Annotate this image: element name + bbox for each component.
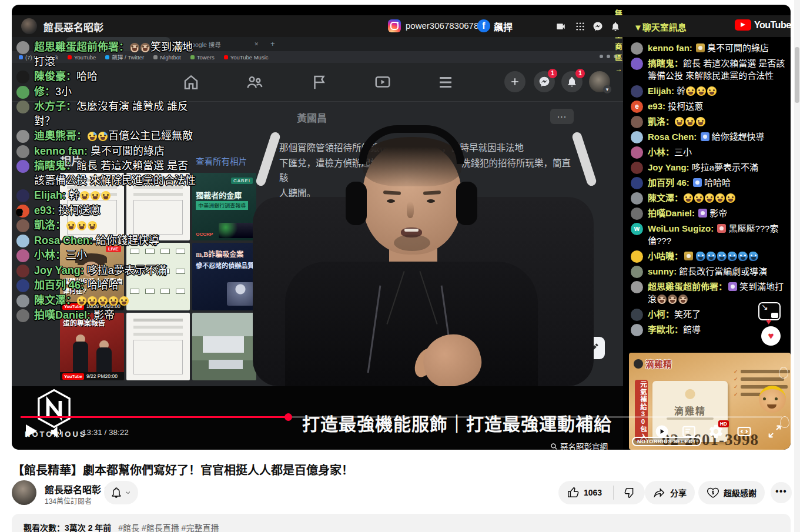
avatar xyxy=(16,265,29,277)
banner-headline: 打造最強機能服飾｜打造最強運動補給 xyxy=(302,410,612,436)
message-body: Rosa Chen: 給你錢趕快導 xyxy=(648,132,765,142)
message-text: 三小 xyxy=(66,249,87,261)
chat-username: Joy Yang: xyxy=(34,265,87,276)
volume-button[interactable] xyxy=(49,424,65,440)
emoji-sweat-icon xyxy=(98,132,108,141)
notifications-bell-icon: 1 xyxy=(561,71,583,92)
chat-message: ee93: 投柯送蔥 xyxy=(631,100,786,112)
message-text: 哆拉a夢表示不滿 xyxy=(87,265,167,276)
message-body: Joy Yang: 哆拉a夢表示不滿 xyxy=(34,265,167,276)
message-text: 影帝 xyxy=(709,208,727,218)
avatar xyxy=(16,219,29,232)
fullscreen-button[interactable] xyxy=(766,423,783,440)
bell-icon xyxy=(110,486,122,499)
profile-avatar xyxy=(589,71,610,92)
chat-message: Rosa Chen: 給你錢趕快導 xyxy=(16,233,198,248)
avatar xyxy=(16,130,29,143)
page-scrollbar[interactable] xyxy=(794,0,800,532)
chat-message: 加百列 46: 哈哈哈 xyxy=(631,176,786,189)
theater-mode-button[interactable] xyxy=(736,423,752,440)
emoji-monkey-icon xyxy=(130,43,139,52)
avatar xyxy=(631,131,643,143)
play-button[interactable] xyxy=(26,424,37,437)
messenger-nav-icon: 1 xyxy=(534,71,555,92)
miniplayer-button[interactable] xyxy=(681,423,697,440)
messenger-icon xyxy=(593,21,603,32)
avatar xyxy=(631,116,643,128)
message-text: 三小 xyxy=(674,147,692,157)
like-dislike-pill: 1063 xyxy=(558,481,645,504)
avatar xyxy=(16,279,29,292)
avatar: e xyxy=(631,101,643,113)
create-post-icon xyxy=(504,71,525,92)
avatar xyxy=(631,281,643,293)
like-button[interactable]: 1063 xyxy=(558,481,609,504)
emoji-laugh-icon xyxy=(694,193,704,203)
emoji-monkey-icon xyxy=(668,295,677,304)
emoji-laugh-icon xyxy=(101,191,111,200)
more-actions-button[interactable]: ••• xyxy=(771,482,792,503)
progress-handle[interactable] xyxy=(284,413,292,421)
ad-mascot xyxy=(759,386,786,413)
people-icon xyxy=(246,73,263,91)
time-display: 13:31 / 38:22 xyxy=(82,428,129,437)
stream-banner: NOTORIOUS 打造最強機能服飾｜打造最強運動補給 惡名昭彰官網 xyxy=(12,386,623,450)
message-text: 哈哈哈 xyxy=(704,178,731,188)
progress-bar[interactable] xyxy=(21,416,782,418)
chat-username: 凱洛： xyxy=(648,116,674,126)
facebook-label: 飆捍 xyxy=(494,19,513,34)
channel-avatar[interactable] xyxy=(12,480,36,505)
hashtags[interactable]: #館長 #館長直播 #完整直播 xyxy=(118,523,219,532)
description-box[interactable]: 觀看次數：3萬次 2 年前 #館長 #館長直播 #完整直播 xyxy=(12,514,791,532)
dislike-button[interactable] xyxy=(618,481,645,504)
message-body: Elijah: 幹 xyxy=(648,86,717,96)
message-text: 幹 xyxy=(69,189,79,201)
video-player[interactable]: 館長惡名昭彰 power3067830678 f 飆捍 ▼聊天室訊息 YouTu… xyxy=(12,5,791,450)
stream-header-bar: 館長惡名昭彰 power3067830678 f 飆捍 ▼聊天室訊息 YouTu… xyxy=(12,15,791,37)
chat-username: 迪奧熊哥： xyxy=(34,130,87,142)
message-body: Joy Yang: 哆拉a夢表示不滿 xyxy=(648,162,758,172)
emoji-laugh-icon xyxy=(88,221,97,230)
emoji-laugh-icon xyxy=(696,117,705,126)
notification-bell-button[interactable] xyxy=(104,481,138,504)
channel-name[interactable]: 館長惡名昭彰 xyxy=(45,482,101,496)
chat-message: 拍嘆Daniel: 影帝 xyxy=(16,308,198,323)
autoplay-toggle[interactable] xyxy=(654,423,670,440)
super-thanks-button[interactable]: 超級感謝 xyxy=(698,481,765,504)
bookmark-favicon xyxy=(224,55,228,59)
chat-message: ee93: 投柯送蔥 xyxy=(16,203,198,218)
avatar xyxy=(631,192,643,205)
chat-message: 搞瞎鬼：館長 若這次賴當選 是否該籌備公投 來解除民進黨的合法性 xyxy=(16,159,198,188)
chat-username: 搞瞎鬼： xyxy=(648,58,683,68)
chevron-down-icon xyxy=(124,488,132,497)
instagram-icon xyxy=(388,19,401,32)
new-tab-icon: + xyxy=(270,39,275,48)
member-badge-icon xyxy=(696,44,705,52)
chat-message: 超思雞蛋超前佈署：笑到滿地打滾 xyxy=(631,280,786,305)
message-text: 館導 xyxy=(683,324,701,334)
dollar-heart-icon xyxy=(707,486,719,499)
chat-username: sunny: xyxy=(648,266,679,276)
chat-message: 修：3小 xyxy=(16,85,198,99)
settings-button[interactable]: HD xyxy=(708,423,724,440)
message-body: sunny: 館長改行當編劇或導演 xyxy=(648,266,767,276)
share-button[interactable]: 分享 xyxy=(645,481,695,504)
message-body: 李歐北：館導 xyxy=(648,324,701,334)
avatar xyxy=(16,71,29,83)
message-body: 加百列 46: 哈哈哈 xyxy=(34,279,119,291)
message-body: 陳俊豪：哈哈 xyxy=(34,71,98,82)
tile-subtitle: 慘不忍睹的偵辦品質 xyxy=(196,260,254,270)
scrollbar-thumb[interactable] xyxy=(795,47,799,103)
message-body: kenno fan: 臭不可聞的綠店 xyxy=(34,145,165,157)
message-text: 給你錢趕快導 xyxy=(712,132,765,142)
message-text: 臭不可聞的綠店 xyxy=(91,145,165,157)
emoji-laugh-icon xyxy=(697,86,706,96)
tile-schedule-strip: YouTube9/22 PM20:00 xyxy=(60,372,124,380)
ad-brand-logo: 滴雞精 xyxy=(634,357,672,370)
heart-icon: ♥ xyxy=(766,316,771,326)
bell-icon xyxy=(610,21,621,32)
message-body: 迪奧熊哥：百億公主已經無敵 xyxy=(34,130,193,142)
bookmark-label: YouTube Music xyxy=(230,54,269,61)
emoji-laugh-icon xyxy=(77,296,86,306)
streamer-webcam xyxy=(247,125,605,386)
